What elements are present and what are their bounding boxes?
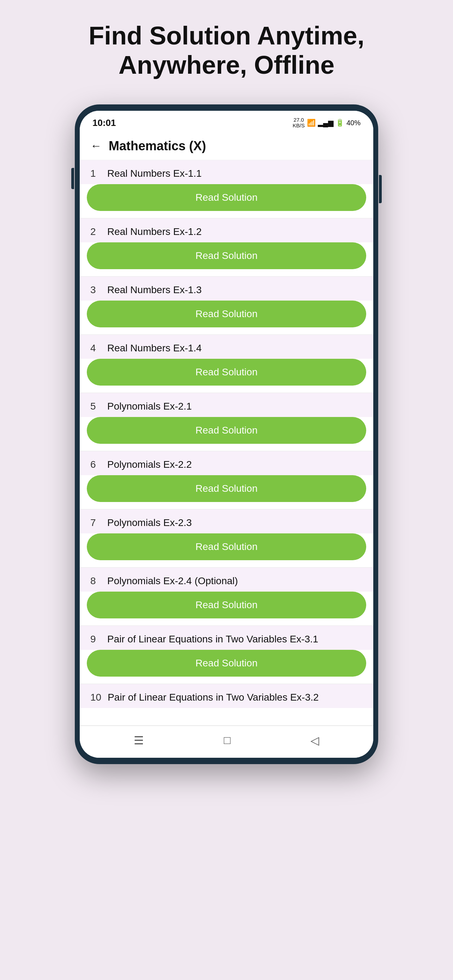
item-title: Polynomials Ex-2.1 xyxy=(107,401,192,412)
read-solution-button[interactable]: Read Solution xyxy=(87,533,366,560)
read-solution-button[interactable]: Read Solution xyxy=(87,592,366,619)
item-number: 8 xyxy=(90,575,101,587)
item-header: 9Pair of Linear Equations in Two Variabl… xyxy=(80,626,373,650)
item-number: 9 xyxy=(90,633,101,645)
battery-icon: 🔋 xyxy=(335,119,344,127)
list-item: 9Pair of Linear Equations in Two Variabl… xyxy=(80,626,373,684)
list-item: 10Pair of Linear Equations in Two Variab… xyxy=(80,684,373,725)
item-header: 7Polynomials Ex-2.3 xyxy=(80,509,373,533)
item-title: Real Numbers Ex-1.3 xyxy=(107,284,202,296)
list-item: 2Real Numbers Ex-1.2Read Solution xyxy=(80,218,373,277)
item-number: 10 xyxy=(90,692,101,703)
read-solution-button[interactable]: Read Solution xyxy=(87,475,366,502)
item-title: Pair of Linear Equations in Two Variable… xyxy=(107,633,318,645)
home-square-icon[interactable]: □ xyxy=(224,734,230,747)
wifi-icon: 📶 xyxy=(307,119,316,127)
item-header: 2Real Numbers Ex-1.2 xyxy=(80,218,373,242)
battery-percent: 40% xyxy=(347,119,361,127)
read-solution-button[interactable]: Read Solution xyxy=(87,650,366,677)
nav-header: ← Mathematics (X) xyxy=(80,132,373,160)
signal-icon: ▂▄▆ xyxy=(318,119,334,127)
item-number: 3 xyxy=(90,284,101,296)
list-item: 5Polynomials Ex-2.1Read Solution xyxy=(80,393,373,451)
read-solution-button[interactable]: Read Solution xyxy=(87,359,366,386)
read-solution-button[interactable]: Read Solution xyxy=(87,184,366,211)
status-icons: 27.0KB/S 📶 ▂▄▆ 🔋 40% xyxy=(293,117,361,129)
bottom-nav-bar: ☰ □ ◁ xyxy=(80,725,373,758)
page-title: Find Solution Anytime, Anywhere, Offline xyxy=(89,21,364,80)
list-item: 8Polynomials Ex-2.4 (Optional)Read Solut… xyxy=(80,568,373,626)
item-header: 4Real Numbers Ex-1.4 xyxy=(80,335,373,359)
item-header: 8Polynomials Ex-2.4 (Optional) xyxy=(80,568,373,592)
item-header: 10Pair of Linear Equations in Two Variab… xyxy=(80,684,373,708)
list-item: 7Polynomials Ex-2.3Read Solution xyxy=(80,509,373,568)
item-number: 2 xyxy=(90,226,101,237)
item-title: Polynomials Ex-2.4 (Optional) xyxy=(107,575,238,587)
item-header: 1Real Numbers Ex-1.1 xyxy=(80,160,373,184)
subjects-list: 1Real Numbers Ex-1.1Read Solution2Real N… xyxy=(80,160,373,725)
hamburger-menu-icon[interactable]: ☰ xyxy=(134,734,144,747)
item-number: 7 xyxy=(90,517,101,528)
item-number: 6 xyxy=(90,459,101,470)
phone-frame: 10:01 27.0KB/S 📶 ▂▄▆ 🔋 40% ← Mathematics… xyxy=(75,104,378,764)
item-number: 5 xyxy=(90,401,101,412)
item-number: 1 xyxy=(90,168,101,179)
item-title: Pair of Linear Equations in Two Variable… xyxy=(108,692,319,703)
data-speed: 27.0KB/S xyxy=(293,117,305,129)
list-item: 4Real Numbers Ex-1.4Read Solution xyxy=(80,335,373,393)
item-title: Real Numbers Ex-1.1 xyxy=(107,168,202,179)
status-time: 10:01 xyxy=(92,118,116,129)
read-solution-button[interactable]: Read Solution xyxy=(87,301,366,328)
list-item: 1Real Numbers Ex-1.1Read Solution xyxy=(80,160,373,218)
item-title: Real Numbers Ex-1.2 xyxy=(107,226,202,237)
read-solution-button[interactable]: Read Solution xyxy=(87,417,366,444)
item-title: Polynomials Ex-2.3 xyxy=(107,517,192,528)
screen-title: Mathematics (X) xyxy=(109,138,206,153)
list-item: 3Real Numbers Ex-1.3Read Solution xyxy=(80,277,373,335)
item-number: 4 xyxy=(90,342,101,354)
item-title: Real Numbers Ex-1.4 xyxy=(107,342,202,354)
phone-screen: 10:01 27.0KB/S 📶 ▂▄▆ 🔋 40% ← Mathematics… xyxy=(80,111,373,758)
item-header: 5Polynomials Ex-2.1 xyxy=(80,393,373,417)
status-bar: 10:01 27.0KB/S 📶 ▂▄▆ 🔋 40% xyxy=(80,111,373,132)
item-title: Polynomials Ex-2.2 xyxy=(107,459,192,470)
list-item: 6Polynomials Ex-2.2Read Solution xyxy=(80,451,373,509)
item-header: 6Polynomials Ex-2.2 xyxy=(80,451,373,475)
back-button[interactable]: ← xyxy=(90,139,102,153)
read-solution-button[interactable]: Read Solution xyxy=(87,242,366,269)
item-header: 3Real Numbers Ex-1.3 xyxy=(80,277,373,301)
back-nav-icon[interactable]: ◁ xyxy=(310,734,319,747)
